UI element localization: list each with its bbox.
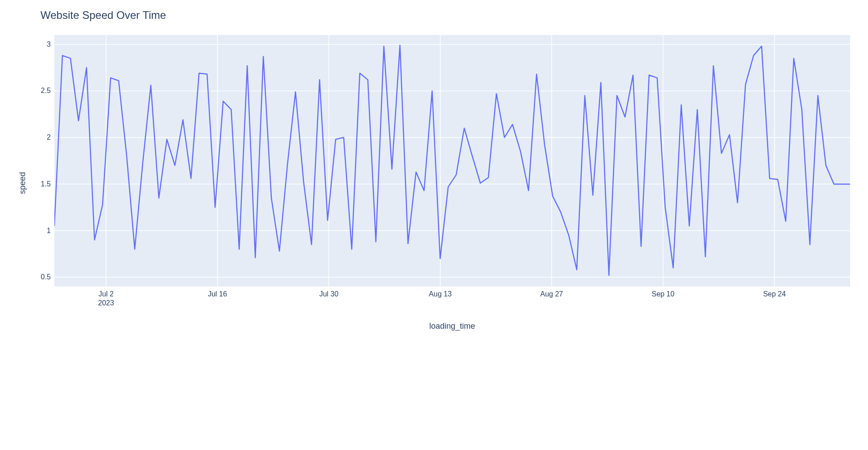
x-tick: Sep 10 <box>651 290 674 298</box>
x-tick: Aug 27 <box>540 290 563 298</box>
plot-wrapper: speed 32.521.510.5 Jul 22023Jul 16Jul 30… <box>18 35 850 331</box>
x-tick: Aug 13 <box>429 290 452 298</box>
y-axis-label: speed <box>18 172 27 194</box>
x-axis-ticks: Jul 22023Jul 16Jul 30Aug 13Aug 27Sep 10S… <box>54 290 850 313</box>
plot-row: 32.521.510.5 <box>32 35 850 287</box>
chart-svg <box>54 35 850 287</box>
x-axis-label: loading_time <box>54 322 850 331</box>
data-line <box>54 45 850 275</box>
plot-with-axes: 32.521.510.5 Jul 22023Jul 16Jul 30Aug 13… <box>32 35 850 331</box>
y-axis-ticks: 32.521.510.5 <box>32 35 54 287</box>
chart-container: Website Speed Over Time speed 32.521.510… <box>18 9 850 331</box>
x-tick: Jul 30 <box>319 290 339 298</box>
x-tick: Sep 24 <box>763 290 786 298</box>
chart-title: Website Speed Over Time <box>40 9 850 22</box>
x-tick: Jul 16 <box>208 290 227 298</box>
x-tick: Jul 22023 <box>98 290 114 307</box>
plot-area[interactable] <box>54 35 850 287</box>
